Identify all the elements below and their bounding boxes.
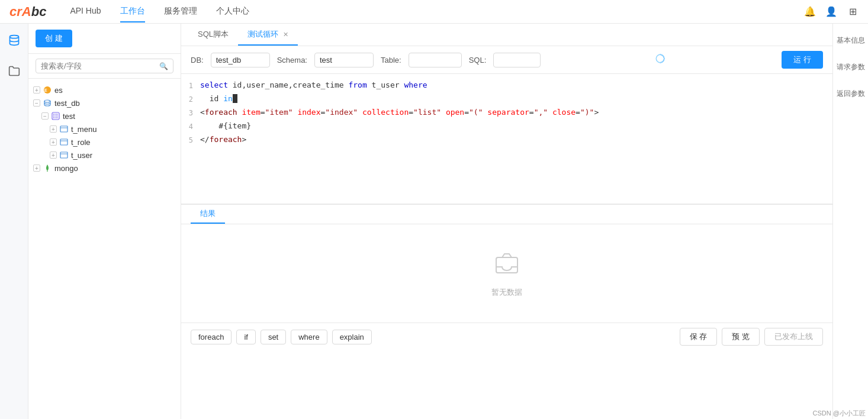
svg-point-18: [656, 54, 664, 63]
nav-tab-profile[interactable]: 个人中心: [216, 1, 249, 22]
snippet-where[interactable]: where: [291, 330, 327, 344]
code-line-1: 1 select id,user_name,create_time from t…: [181, 79, 832, 92]
sql-select-wrap: [493, 53, 541, 67]
tree-toolbar: 创 建: [28, 24, 181, 54]
tree-toggle-mongo[interactable]: +: [33, 165, 40, 172]
code-line-2: 2 id in: [181, 92, 832, 106]
search-input[interactable]: [41, 62, 159, 70]
main-layout: 创 建 🔍 + E es − test_db: [0, 24, 868, 419]
db-select-wrap: test_db: [211, 53, 270, 67]
footer-bar: foreach if set where explain 保 存 预 览 已发布…: [181, 323, 832, 350]
tree-toggle-tmenu[interactable]: +: [50, 125, 57, 133]
snippet-foreach[interactable]: foreach: [191, 330, 232, 344]
snippet-explain[interactable]: explain: [332, 330, 372, 344]
svg-point-7: [53, 117, 54, 118]
right-panel-basic-info[interactable]: 基本信息: [837, 36, 865, 46]
empty-inbox-icon: [493, 249, 521, 282]
results-area: 结果 暂无数据: [181, 204, 832, 323]
tab-test-loop[interactable]: 测试循环 ✕: [238, 24, 298, 46]
tree-node-trole[interactable]: + t_role: [45, 136, 181, 149]
tree-toggle-trole[interactable]: +: [50, 138, 57, 146]
grid-icon[interactable]: ⊞: [847, 6, 859, 18]
code-line-5: 5 </foreach>: [181, 133, 832, 147]
code-line-4: 4 #{item}: [181, 120, 832, 133]
line-num-4: 4: [181, 120, 200, 133]
svg-point-5: [53, 114, 54, 115]
nav-tab-service[interactable]: 服务管理: [164, 1, 197, 22]
results-tab[interactable]: 结果: [191, 205, 225, 224]
tree-node-mongo[interactable]: + mongo: [28, 162, 181, 175]
db-select[interactable]: test_db: [211, 53, 270, 67]
preview-button[interactable]: 预 览: [722, 328, 760, 346]
line-content-3: <foreach item="item" index="index" colle…: [200, 106, 832, 119]
tree-panel: 创 建 🔍 + E es − test_db: [28, 24, 181, 419]
table-select-wrap: [409, 53, 462, 67]
line-num-5: 5: [181, 133, 200, 147]
tree: + E es − test_db − test: [28, 79, 181, 419]
line-content-1: select id,user_name,create_time from t_u…: [200, 79, 832, 92]
tab-close-button[interactable]: ✕: [283, 31, 288, 38]
tree-toggle-test[interactable]: −: [41, 112, 49, 120]
tmenu-icon: [59, 124, 69, 134]
tree-label-es: es: [54, 86, 63, 95]
tree-toggle-es[interactable]: +: [33, 86, 40, 94]
tree-node-tmenu[interactable]: + t_menu: [45, 123, 181, 136]
empty-text: 暂无数据: [491, 287, 522, 298]
tree-node-test[interactable]: − test: [37, 109, 181, 123]
sql-label: SQL:: [469, 56, 487, 65]
save-button[interactable]: 保 存: [680, 328, 718, 346]
tree-node-es[interactable]: + E es: [28, 83, 181, 96]
results-content: 暂无数据: [181, 224, 832, 323]
snippet-if[interactable]: if: [236, 330, 256, 344]
code-editor[interactable]: 1 select id,user_name,create_time from t…: [181, 74, 832, 204]
nav-tabs: API Hub 工作台 服务管理 个人中心: [70, 1, 804, 22]
tab-bar: SQL脚本 测试循环 ✕: [181, 24, 832, 46]
query-toolbar: DB: test_db Schema: test Table: SQL:: [181, 46, 832, 74]
bell-icon[interactable]: 🔔: [804, 6, 816, 18]
tree-node-testdb[interactable]: − test_db: [28, 96, 181, 109]
table-label: Table:: [381, 56, 401, 65]
trole-icon: [59, 137, 69, 147]
svg-point-6: [53, 115, 54, 117]
run-button[interactable]: 运 行: [782, 51, 823, 69]
svg-point-0: [9, 36, 18, 38]
publish-button[interactable]: 已发布上线: [764, 328, 823, 346]
line-num-1: 1: [181, 79, 200, 92]
mongo-icon: [43, 163, 52, 173]
db-label: DB:: [191, 56, 204, 65]
test-icon: [51, 111, 60, 121]
sidebar-icons: [0, 24, 28, 419]
right-panel: 基本信息 请求参数 返回参数: [832, 24, 868, 419]
snippet-set[interactable]: set: [261, 330, 286, 344]
right-panel-request-params[interactable]: 请求参数: [837, 62, 865, 72]
sql-select[interactable]: [493, 53, 541, 67]
nav-tab-api-hub[interactable]: API Hub: [70, 1, 101, 22]
folder-sidebar-icon[interactable]: [5, 62, 24, 80]
es-icon: E: [43, 85, 52, 95]
editor-area: 1 select id,user_name,create_time from t…: [181, 74, 832, 419]
tree-label-tuser: t_user: [71, 151, 92, 160]
tuser-icon: [59, 150, 69, 160]
header: crAbc API Hub 工作台 服务管理 个人中心 🔔 👤 ⊞: [0, 0, 868, 24]
nav-tab-workbench[interactable]: 工作台: [120, 1, 145, 22]
create-button[interactable]: 创 建: [36, 30, 72, 47]
user-icon[interactable]: 👤: [825, 6, 837, 18]
table-select[interactable]: [409, 53, 462, 67]
svg-text:E: E: [44, 88, 47, 92]
search-box[interactable]: 🔍: [36, 59, 173, 73]
tree-label-trole: t_role: [71, 138, 91, 147]
tree-toggle-testdb[interactable]: −: [33, 99, 40, 107]
watermark: CSDN @小小工匠: [813, 409, 866, 418]
results-tabs: 结果: [181, 205, 832, 224]
schema-select[interactable]: test: [314, 53, 374, 67]
schema-label: Schema:: [277, 56, 307, 65]
database-sidebar-icon[interactable]: [5, 31, 24, 50]
svg-point-3: [44, 100, 50, 102]
tree-node-tuser[interactable]: + t_user: [45, 149, 181, 162]
right-panel-return-params[interactable]: 返回参数: [837, 89, 865, 99]
content-area: SQL脚本 测试循环 ✕ DB: test_db Schema: test Ta…: [181, 24, 832, 419]
tree-toggle-tuser[interactable]: +: [50, 152, 57, 159]
line-content-2: id in: [200, 92, 832, 105]
footer-actions: 保 存 预 览 已发布上线: [680, 328, 823, 346]
tab-sql-script[interactable]: SQL脚本: [188, 24, 238, 46]
